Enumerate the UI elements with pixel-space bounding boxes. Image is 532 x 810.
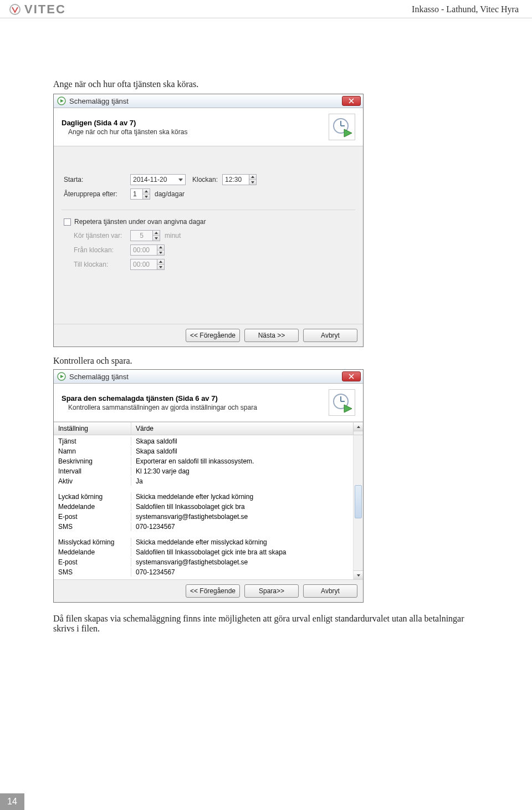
repeat-checkbox[interactable] — [64, 218, 71, 226]
svg-marker-12 — [344, 405, 352, 412]
dialog-footer: << Föregående Spara>> Avbryt — [54, 579, 363, 602]
titlebar-text: Schemalägg tjänst — [69, 97, 129, 105]
page-number: 14 — [0, 793, 24, 810]
to-time-value: 00:00 — [133, 261, 150, 268]
close-button[interactable] — [342, 371, 361, 381]
spin-up[interactable] — [249, 175, 256, 180]
spin-down[interactable] — [143, 194, 150, 200]
label-klockan: Klockan: — [192, 176, 218, 184]
dialog-subheading: Kontrollera sammanställningen av gjorda … — [62, 404, 257, 411]
clock-play-icon — [329, 114, 355, 140]
repeat-minutes-value: 5 — [140, 232, 144, 240]
dialog-heading: Dagligen (Sida 4 av 7) — [62, 119, 187, 127]
table-row: IntervallKl 12:30 varje dag — [54, 466, 353, 476]
scroll-up-button[interactable] — [354, 422, 363, 431]
chevron-down-icon — [178, 179, 183, 181]
table-row: Misslyckad körningSkicka meddelande efte… — [54, 537, 353, 547]
label-till: Till klockan: — [64, 261, 130, 268]
table-row: Lyckad körningSkicka meddelande efter ly… — [54, 492, 353, 502]
table-row: AktivJa — [54, 476, 353, 486]
prev-button[interactable]: << Föregående — [186, 329, 240, 342]
dialog-body: Starta: 2014-11-20 Klockan: 12:30 Återup… — [54, 146, 363, 324]
table-row: SMS070-1234567 — [54, 567, 353, 577]
schedule-dialog-2: Schemalägg tjänst Spara den schemalagda … — [53, 369, 364, 603]
scroll-down-button[interactable] — [354, 570, 363, 579]
clock-play-icon — [329, 389, 355, 416]
table-row: MeddelandeSaldofilen till Inkassobolaget… — [54, 547, 353, 557]
spin-up[interactable] — [143, 189, 150, 194]
table-header: Inställning Värde — [54, 422, 363, 435]
logo: VITEC — [9, 2, 66, 17]
dialog-footer: << Föregående Nästa >> Avbryt — [54, 324, 363, 347]
svg-marker-6 — [344, 129, 352, 137]
spin-up — [153, 231, 160, 236]
spin-down — [153, 236, 160, 241]
table-row: E-postsystemansvarig@fastighetsbolaget.s… — [54, 557, 353, 567]
spin-up — [157, 259, 164, 264]
table-row: MeddelandeSaldofilen till Inkassobolaget… — [54, 502, 353, 512]
repeat-after-value: 1 — [133, 190, 137, 198]
titlebar-text: Schemalägg tjänst — [69, 373, 129, 381]
table-row: E-postsystemansvarig@fastighetsbolaget.s… — [54, 512, 353, 522]
table-row: TjänstSkapa saldofil — [54, 436, 353, 446]
label-repetera: Repetera tjänsten under ovan angivna dag… — [74, 218, 206, 226]
label-aterupprepa: Återupprepa efter: — [64, 190, 130, 198]
table-row: NamnSkapa saldofil — [54, 446, 353, 456]
dialog-header: Dagligen (Sida 4 av 7) Ange när och hur … — [54, 108, 363, 146]
label-minut: minut — [165, 232, 181, 240]
repeat-minutes-input: 5 — [130, 230, 160, 241]
titlebar: Schemalägg tjänst — [54, 370, 363, 384]
repeat-after-input[interactable]: 1 — [130, 189, 150, 200]
close-button[interactable] — [342, 96, 361, 106]
titlebar: Schemalägg tjänst — [54, 94, 363, 108]
outro-text: Då filen skapas via schemaläggning finns… — [53, 614, 479, 634]
table-row: SMS070-1234567 — [54, 522, 353, 532]
date-input[interactable]: 2014-11-20 — [130, 174, 186, 185]
spin-down[interactable] — [249, 180, 256, 185]
date-value: 2014-11-20 — [133, 176, 167, 184]
dialog-subheading: Ange när och hur ofta tjänsten ska köras — [62, 128, 187, 136]
app-icon — [57, 96, 66, 105]
dialog-header: Spara den schemalagda tjänsten (Sida 6 a… — [54, 384, 363, 422]
page-header: VITEC Inkasso - Lathund, Vitec Hyra — [0, 0, 532, 18]
label-kor-tjansten: Kör tjänsten var: — [64, 232, 130, 240]
dialog-heading: Spara den schemalagda tjänsten (Sida 6 a… — [62, 394, 257, 403]
scroll-thumb[interactable] — [355, 485, 362, 518]
from-time-value: 00:00 — [133, 246, 150, 254]
from-time-input: 00:00 — [130, 244, 165, 256]
intro-text: Ange när och hur ofta tjänsten ska köras… — [53, 79, 479, 89]
table-row: BeskrivningExporterar en saldofil till i… — [54, 456, 353, 466]
col-installning: Inställning — [54, 422, 131, 435]
to-time-input: 00:00 — [130, 259, 165, 270]
spin-up — [157, 245, 164, 250]
label-starta: Starta: — [64, 176, 130, 184]
label-fran: Från klockan: — [64, 246, 130, 254]
prev-button[interactable]: << Föregående — [186, 584, 240, 598]
logo-text: VITEC — [24, 2, 66, 17]
cancel-button[interactable]: Avbryt — [303, 329, 357, 342]
divider — [62, 210, 355, 210]
time-input[interactable]: 12:30 — [222, 174, 257, 185]
app-icon — [57, 372, 66, 381]
cancel-button[interactable]: Avbryt — [303, 584, 357, 598]
spin-down — [157, 264, 164, 270]
label-dagdagar: dag/dagar — [155, 190, 185, 198]
vitec-logo-icon — [9, 3, 21, 16]
col-varde: Värde — [131, 422, 353, 435]
save-button[interactable]: Spara>> — [244, 584, 299, 598]
schedule-dialog-1: Schemalägg tjänst Dagligen (Sida 4 av 7)… — [53, 94, 364, 347]
header-title: Inkasso - Lathund, Vitec Hyra — [412, 4, 519, 14]
time-value: 12:30 — [225, 176, 242, 184]
scrollbar[interactable] — [353, 435, 363, 579]
next-button[interactable]: Nästa >> — [244, 329, 299, 342]
settings-table: TjänstSkapa saldofil NamnSkapa saldofil … — [54, 435, 353, 579]
caption-kontrollera: Kontrollera och spara. — [53, 356, 479, 366]
spin-down — [157, 250, 164, 256]
